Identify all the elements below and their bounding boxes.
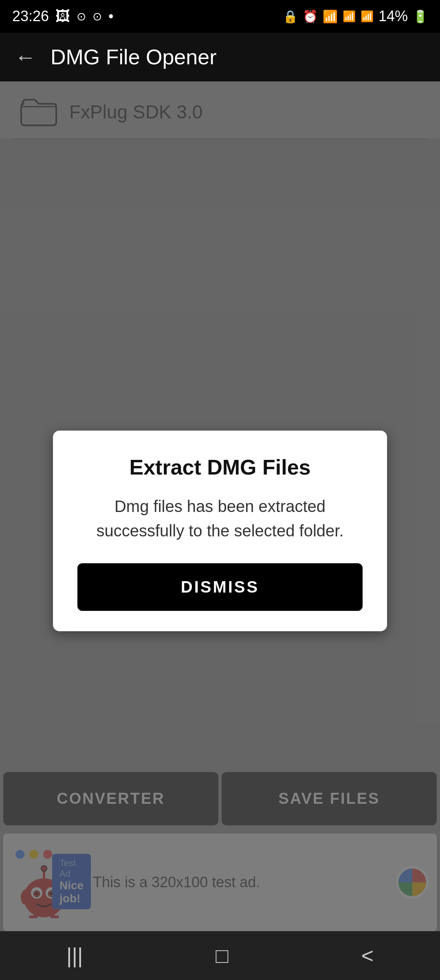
battery-icon: 🔋 — [413, 9, 428, 24]
wifi-icon: 📶 — [323, 9, 338, 24]
modal-title: Extract DMG Files — [77, 455, 363, 479]
page-wrapper: 23:26 🖼 ⊙ ⊙ • 🔒 ⏰ 📶 📶 📶 14% 🔋 ← DMG File… — [0, 0, 440, 980]
modal-message: Dmg files has been extracted successfull… — [77, 494, 363, 543]
nav-home-icon[interactable]: □ — [216, 943, 228, 968]
nav-bar: ||| □ < — [0, 931, 440, 980]
dot-icon: • — [108, 8, 114, 25]
signal-icon-2: 📶 — [361, 10, 374, 23]
modal-overlay: Extract DMG Files Dmg files has been ext… — [0, 81, 440, 980]
status-bar: 23:26 🖼 ⊙ ⊙ • 🔒 ⏰ 📶 📶 📶 14% 🔋 — [0, 0, 440, 33]
status-left: 23:26 🖼 ⊙ ⊙ • — [12, 8, 114, 25]
signal-icon-1: 📶 — [343, 10, 356, 23]
nav-back-icon[interactable]: < — [361, 943, 374, 968]
record-icon-2: ⊙ — [92, 10, 102, 23]
time-display: 23:26 — [12, 8, 49, 25]
photo-icon: 🖼 — [55, 8, 70, 25]
back-button[interactable]: ← — [15, 45, 36, 69]
battery-display: 14% — [378, 8, 408, 25]
alarm-icon: ⏰ — [303, 9, 318, 24]
app-title: DMG File Opener — [51, 45, 216, 69]
modal-dialog: Extract DMG Files Dmg files has been ext… — [53, 431, 387, 631]
dismiss-button[interactable]: DISMISS — [77, 563, 363, 611]
status-right: 🔒 ⏰ 📶 📶 📶 14% 🔋 — [283, 8, 428, 25]
lock-icon: 🔒 — [283, 9, 298, 24]
app-bar: ← DMG File Opener — [0, 33, 440, 81]
record-icon-1: ⊙ — [77, 10, 86, 23]
nav-menu-icon[interactable]: ||| — [66, 943, 83, 968]
